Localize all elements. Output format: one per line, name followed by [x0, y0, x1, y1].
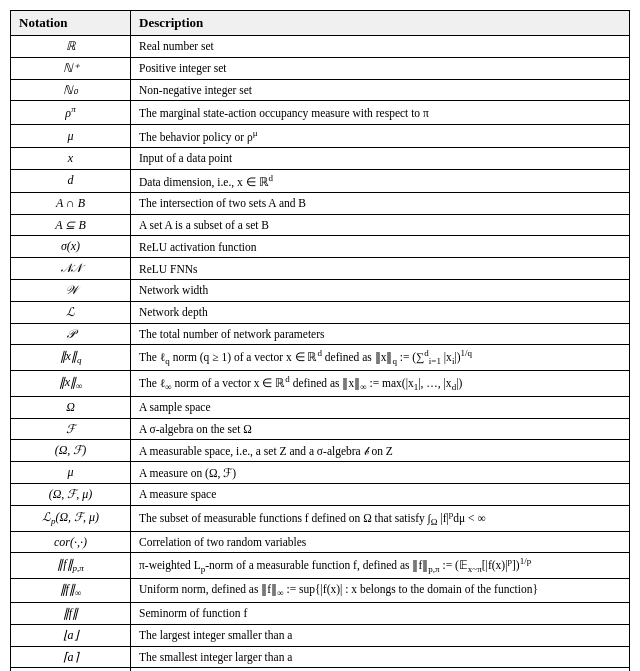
- description-cell: A measure space: [131, 484, 630, 506]
- table-row: ‖f‖Seminorm of function f: [11, 603, 630, 625]
- description-cell: Network width: [131, 280, 630, 302]
- table-row: A ⊆ BA set A is a subset of a set B: [11, 214, 630, 236]
- description-cell: The marginal state-action occupancy meas…: [131, 101, 630, 125]
- notation-cell: ⌈a⌉: [11, 646, 131, 668]
- table-row: ρπThe marginal state-action occupancy me…: [11, 101, 630, 125]
- description-cell: ReLU FNNs: [131, 258, 630, 280]
- table-row: ℕ₀Non-negative integer set: [11, 79, 630, 101]
- notation-cell: ℒp(Ω, ℱ, μ): [11, 505, 131, 531]
- header-notation: Notation: [11, 11, 131, 36]
- table-row: (Ω, ℱ)A measurable space, i.e., a set Z …: [11, 440, 630, 462]
- notation-cell: ‖x‖∞: [11, 371, 131, 397]
- table-row: ℱA σ-algebra on the set Ω: [11, 418, 630, 440]
- notation-cell: (Ω, ℱ): [11, 440, 131, 462]
- notation-cell: A ∩ B: [11, 192, 131, 214]
- header-description: Description: [131, 11, 630, 36]
- table-row: ⌈a⌉The smallest integer larger than a: [11, 646, 630, 668]
- notation-cell: ℱ: [11, 418, 131, 440]
- description-cell: ReLU activation function: [131, 236, 630, 258]
- description-cell: A set A is a subset of a set B: [131, 214, 630, 236]
- description-cell: A σ-algebra on the set Ω: [131, 418, 630, 440]
- notation-cell: ℒ: [11, 301, 131, 323]
- notation-cell: 𝒫: [11, 323, 131, 345]
- table-row: 𝒩𝒩ReLU FNNs: [11, 258, 630, 280]
- table-row: ℒp(Ω, ℱ, μ)The subset of measurable func…: [11, 505, 630, 531]
- table-row: ‖f‖p,ππ-weighted Lp-norm of a measurable…: [11, 553, 630, 579]
- table-row: (Ω, ℱ, μ)A measure space: [11, 484, 630, 506]
- description-cell: Positive integer set: [131, 57, 630, 79]
- description-cell: The ℓq norm (q ≥ 1) of a vector x ∈ ℝd d…: [131, 345, 630, 371]
- notation-cell: (Ω, ℱ, μ): [11, 484, 131, 506]
- table-row: dData dimension, i.e., x ∈ ℝd: [11, 169, 630, 192]
- table-row: cor(·,·)Correlation of two random variab…: [11, 531, 630, 553]
- notation-cell: A ⊆ B: [11, 214, 131, 236]
- description-cell: Input of a data point: [131, 148, 630, 170]
- notation-cell: σ(x): [11, 236, 131, 258]
- notation-cell: cor(·,·): [11, 531, 131, 553]
- notation-cell: Ω: [11, 396, 131, 418]
- notation-cell: ‖f‖∞: [11, 579, 131, 603]
- notation-cell: x: [11, 148, 131, 170]
- table-row: A ∩ BThe intersection of two sets A and …: [11, 192, 630, 214]
- notation-cell: 𝒲: [11, 280, 131, 302]
- description-cell: The smallest integer larger than a: [131, 646, 630, 668]
- notation-cell: ℕ⁺: [11, 57, 131, 79]
- notation-cell: ℕ₀: [11, 79, 131, 101]
- table-row: ℝReal number set: [11, 36, 630, 58]
- table-row: ℒNetwork depth: [11, 301, 630, 323]
- description-cell: Non-negative integer set: [131, 79, 630, 101]
- description-cell: The behavior policy or ρμ: [131, 125, 630, 148]
- description-cell: The total number of network parameters: [131, 323, 630, 345]
- description-cell: A measurable space, i.e., a set Z and a …: [131, 440, 630, 462]
- table-row: ℕ⁺Positive integer set: [11, 57, 630, 79]
- table-row: ‖f‖∞Uniform norm, defined as ‖f‖∞ := sup…: [11, 579, 630, 603]
- description-cell: Network depth: [131, 301, 630, 323]
- description-cell: A sample space: [131, 396, 630, 418]
- notation-cell: ‖x‖q: [11, 345, 131, 371]
- notation-cell: μ: [11, 462, 131, 484]
- description-cell: Seminorm of function f: [131, 603, 630, 625]
- table-row: ⌊a⌋The largest integer smaller than a: [11, 624, 630, 646]
- notation-cell: ‖f‖: [11, 603, 131, 625]
- notation-cell: ‖f‖p,π: [11, 553, 131, 579]
- notation-cell: μ: [11, 125, 131, 148]
- description-cell: The largest integer smaller than a: [131, 624, 630, 646]
- description-cell: Correlation of two random variables: [131, 531, 630, 553]
- description-cell: The ℓ∞ norm of a vector x ∈ ℝd defined a…: [131, 371, 630, 397]
- table-row: σ(x)ReLU activation function: [11, 236, 630, 258]
- description-cell: Data dimension, i.e., x ∈ ℝd: [131, 169, 630, 192]
- description-cell: π-weighted Lp-norm of a measurable funct…: [131, 553, 630, 579]
- notation-table: Notation Description ℝReal number setℕ⁺P…: [10, 10, 630, 671]
- description-cell: A measure on (Ω, ℱ): [131, 462, 630, 484]
- notation-cell: ⌊a⌋: [11, 624, 131, 646]
- description-cell: Uniform norm, defined as ‖f‖∞ := sup{|f(…: [131, 579, 630, 603]
- notation-cell: d: [11, 169, 131, 192]
- description-cell: The subset of measurable functions f def…: [131, 505, 630, 531]
- table-row: μA measure on (Ω, ℱ): [11, 462, 630, 484]
- table-row: ‖x‖qThe ℓq norm (q ≥ 1) of a vector x ∈ …: [11, 345, 630, 371]
- table-row: ‖x‖∞The ℓ∞ norm of a vector x ∈ ℝd defin…: [11, 371, 630, 397]
- table-row: 𝒲Network width: [11, 280, 630, 302]
- notation-cell: 𝒩𝒩: [11, 258, 131, 280]
- table-row: μThe behavior policy or ρμ: [11, 125, 630, 148]
- description-cell: Real number set: [131, 36, 630, 58]
- notation-cell: ρπ: [11, 101, 131, 125]
- table-row: xInput of a data point: [11, 148, 630, 170]
- description-cell: The intersection of two sets A and B: [131, 192, 630, 214]
- table-container: Notation Description ℝReal number setℕ⁺P…: [10, 10, 630, 671]
- table-row: ΩA sample space: [11, 396, 630, 418]
- notation-cell: ℝ: [11, 36, 131, 58]
- table-row: 𝒫The total number of network parameters: [11, 323, 630, 345]
